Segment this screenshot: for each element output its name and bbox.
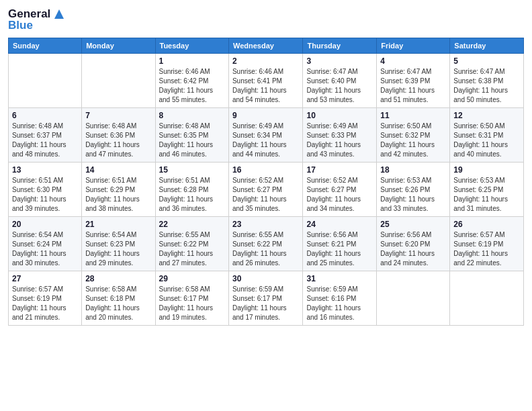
day-cell: 1Sunrise: 6:46 AM Sunset: 6:42 PM Daylig…: [155, 54, 228, 108]
day-info: Sunrise: 6:47 AM Sunset: 6:40 PM Dayligh…: [306, 67, 373, 105]
svg-marker-0: [54, 9, 64, 19]
day-number: 19: [453, 165, 520, 175]
weekday-header-monday: Monday: [82, 38, 155, 54]
weekday-header-tuesday: Tuesday: [155, 38, 228, 54]
header: General Blue: [8, 7, 524, 32]
day-cell: 29Sunrise: 6:58 AM Sunset: 6:17 PM Dayli…: [155, 271, 228, 326]
day-info: Sunrise: 6:47 AM Sunset: 6:38 PM Dayligh…: [453, 67, 520, 105]
day-cell: 4Sunrise: 6:47 AM Sunset: 6:39 PM Daylig…: [377, 54, 450, 108]
day-number: 29: [159, 274, 225, 283]
day-cell: 19Sunrise: 6:53 AM Sunset: 6:25 PM Dayli…: [450, 163, 524, 217]
day-number: 6: [12, 111, 78, 120]
day-info: Sunrise: 6:49 AM Sunset: 6:34 PM Dayligh…: [232, 122, 300, 159]
day-info: Sunrise: 6:58 AM Sunset: 6:18 PM Dayligh…: [85, 285, 151, 322]
day-number: 22: [159, 220, 225, 229]
day-cell: 30Sunrise: 6:59 AM Sunset: 6:17 PM Dayli…: [228, 271, 303, 326]
day-cell: 15Sunrise: 6:51 AM Sunset: 6:28 PM Dayli…: [155, 163, 228, 217]
day-cell: [377, 271, 450, 326]
day-info: Sunrise: 6:46 AM Sunset: 6:42 PM Dayligh…: [159, 67, 225, 105]
day-number: 14: [85, 165, 151, 175]
day-number: 23: [232, 220, 300, 229]
day-cell: 13Sunrise: 6:51 AM Sunset: 6:30 PM Dayli…: [9, 163, 82, 217]
day-cell: [450, 271, 524, 326]
calendar-table: SundayMondayTuesdayWednesdayThursdayFrid…: [8, 38, 524, 326]
day-info: Sunrise: 6:48 AM Sunset: 6:37 PM Dayligh…: [12, 122, 78, 159]
day-info: Sunrise: 6:57 AM Sunset: 6:19 PM Dayligh…: [453, 230, 520, 268]
day-number: 18: [380, 165, 446, 175]
day-cell: 28Sunrise: 6:58 AM Sunset: 6:18 PM Dayli…: [82, 271, 155, 326]
logo-branding: General Blue: [8, 7, 66, 32]
day-number: 30: [232, 274, 300, 283]
day-info: Sunrise: 6:59 AM Sunset: 6:16 PM Dayligh…: [306, 285, 373, 322]
day-number: 31: [306, 274, 373, 283]
day-cell: 24Sunrise: 6:56 AM Sunset: 6:21 PM Dayli…: [303, 217, 377, 271]
day-info: Sunrise: 6:54 AM Sunset: 6:23 PM Dayligh…: [85, 230, 151, 268]
day-info: Sunrise: 6:52 AM Sunset: 6:27 PM Dayligh…: [306, 176, 373, 214]
day-number: 26: [453, 220, 520, 229]
week-row-2: 6Sunrise: 6:48 AM Sunset: 6:37 PM Daylig…: [9, 108, 524, 163]
day-number: 9: [232, 111, 300, 120]
day-number: 25: [380, 220, 446, 229]
day-number: 17: [306, 165, 373, 175]
day-info: Sunrise: 6:58 AM Sunset: 6:17 PM Dayligh…: [159, 285, 225, 322]
weekday-header-saturday: Saturday: [450, 38, 524, 54]
day-info: Sunrise: 6:57 AM Sunset: 6:19 PM Dayligh…: [12, 285, 78, 322]
day-info: Sunrise: 6:53 AM Sunset: 6:25 PM Dayligh…: [453, 176, 520, 214]
day-info: Sunrise: 6:56 AM Sunset: 6:20 PM Dayligh…: [380, 230, 446, 268]
day-cell: 27Sunrise: 6:57 AM Sunset: 6:19 PM Dayli…: [9, 271, 82, 326]
weekday-header-sunday: Sunday: [9, 38, 82, 54]
day-cell: 14Sunrise: 6:51 AM Sunset: 6:29 PM Dayli…: [82, 163, 155, 217]
day-info: Sunrise: 6:56 AM Sunset: 6:21 PM Dayligh…: [306, 230, 373, 268]
week-row-1: 1Sunrise: 6:46 AM Sunset: 6:42 PM Daylig…: [9, 54, 524, 108]
day-cell: [82, 54, 155, 108]
day-info: Sunrise: 6:48 AM Sunset: 6:36 PM Dayligh…: [85, 122, 151, 159]
day-cell: 21Sunrise: 6:54 AM Sunset: 6:23 PM Dayli…: [82, 217, 155, 271]
logo-blue: Blue: [8, 19, 33, 32]
day-info: Sunrise: 6:46 AM Sunset: 6:41 PM Dayligh…: [232, 67, 300, 105]
calendar-container: General Blue SundayMondayTuesdayWednesda…: [0, 0, 532, 411]
day-cell: 26Sunrise: 6:57 AM Sunset: 6:19 PM Dayli…: [450, 217, 524, 271]
day-cell: [9, 54, 82, 108]
day-number: 28: [85, 274, 151, 283]
day-cell: 6Sunrise: 6:48 AM Sunset: 6:37 PM Daylig…: [9, 108, 82, 163]
day-cell: 12Sunrise: 6:50 AM Sunset: 6:31 PM Dayli…: [450, 108, 524, 163]
day-cell: 18Sunrise: 6:53 AM Sunset: 6:26 PM Dayli…: [377, 163, 450, 217]
day-number: 5: [453, 56, 520, 66]
weekday-header-row: SundayMondayTuesdayWednesdayThursdayFrid…: [9, 38, 524, 54]
day-number: 8: [159, 111, 225, 120]
day-info: Sunrise: 6:55 AM Sunset: 6:22 PM Dayligh…: [232, 230, 300, 268]
day-cell: 7Sunrise: 6:48 AM Sunset: 6:36 PM Daylig…: [82, 108, 155, 163]
weekday-header-friday: Friday: [377, 38, 450, 54]
day-cell: 11Sunrise: 6:50 AM Sunset: 6:32 PM Dayli…: [377, 108, 450, 163]
day-number: 15: [159, 165, 225, 175]
day-info: Sunrise: 6:50 AM Sunset: 6:31 PM Dayligh…: [453, 122, 520, 159]
week-row-5: 27Sunrise: 6:57 AM Sunset: 6:19 PM Dayli…: [9, 271, 524, 326]
day-number: 13: [12, 165, 78, 175]
day-cell: 9Sunrise: 6:49 AM Sunset: 6:34 PM Daylig…: [228, 108, 303, 163]
day-number: 2: [232, 56, 300, 66]
day-info: Sunrise: 6:51 AM Sunset: 6:28 PM Dayligh…: [159, 176, 225, 214]
day-info: Sunrise: 6:48 AM Sunset: 6:35 PM Dayligh…: [159, 122, 225, 159]
day-number: 1: [159, 56, 225, 66]
day-cell: 3Sunrise: 6:47 AM Sunset: 6:40 PM Daylig…: [303, 54, 377, 108]
day-cell: 10Sunrise: 6:49 AM Sunset: 6:33 PM Dayli…: [303, 108, 377, 163]
day-info: Sunrise: 6:51 AM Sunset: 6:29 PM Dayligh…: [85, 176, 151, 214]
weekday-header-thursday: Thursday: [303, 38, 377, 54]
day-number: 16: [232, 165, 300, 175]
day-number: 3: [306, 56, 373, 66]
day-info: Sunrise: 6:51 AM Sunset: 6:30 PM Dayligh…: [12, 176, 78, 214]
day-info: Sunrise: 6:47 AM Sunset: 6:39 PM Dayligh…: [380, 67, 446, 105]
day-info: Sunrise: 6:53 AM Sunset: 6:26 PM Dayligh…: [380, 176, 446, 214]
day-number: 27: [12, 274, 78, 283]
day-number: 11: [380, 111, 446, 120]
day-number: 7: [85, 111, 151, 120]
week-row-3: 13Sunrise: 6:51 AM Sunset: 6:30 PM Dayli…: [9, 163, 524, 217]
day-info: Sunrise: 6:54 AM Sunset: 6:24 PM Dayligh…: [12, 230, 78, 268]
day-info: Sunrise: 6:55 AM Sunset: 6:22 PM Dayligh…: [159, 230, 225, 268]
day-cell: 31Sunrise: 6:59 AM Sunset: 6:16 PM Dayli…: [303, 271, 377, 326]
day-cell: 20Sunrise: 6:54 AM Sunset: 6:24 PM Dayli…: [9, 217, 82, 271]
day-cell: 23Sunrise: 6:55 AM Sunset: 6:22 PM Dayli…: [228, 217, 303, 271]
day-cell: 8Sunrise: 6:48 AM Sunset: 6:35 PM Daylig…: [155, 108, 228, 163]
day-info: Sunrise: 6:59 AM Sunset: 6:17 PM Dayligh…: [232, 285, 300, 322]
day-cell: 25Sunrise: 6:56 AM Sunset: 6:20 PM Dayli…: [377, 217, 450, 271]
